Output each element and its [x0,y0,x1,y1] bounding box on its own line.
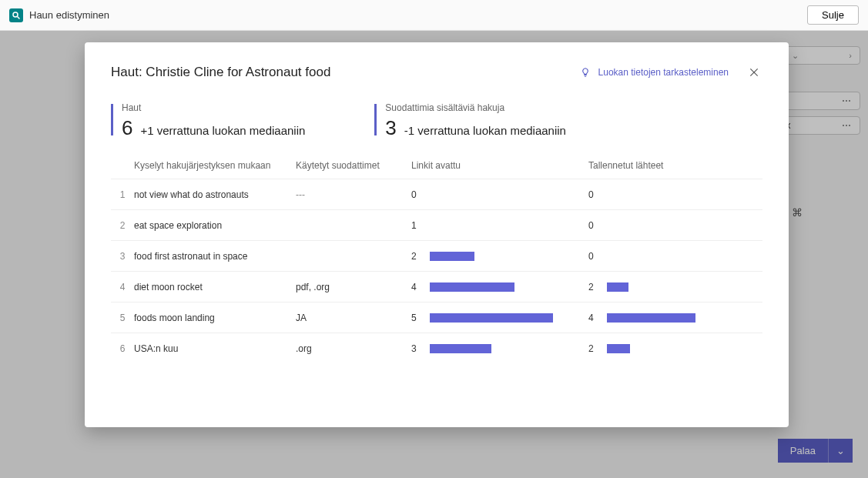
row-links-count: 5 [411,313,419,323]
row-filter: pdf, .org [296,282,411,292]
queries-table: Kyselyt hakujärjestyksen mukaan Käytetyt… [111,160,762,420]
row-saved-count: 0 [588,189,596,200]
lightbulb-icon [580,67,591,78]
stat-filtered-compare: -1 verrattuna luokan mediaaniin [404,124,566,137]
search-detail-modal: Haut: Christie Cline for Astronaut food … [85,42,789,427]
table-row: 1not view what do astronauts---00 [111,179,762,209]
table-row: 6USA:n kuu.org32 [111,333,762,363]
row-saved-count: 2 [588,343,596,354]
row-index: 2 [111,220,134,231]
row-filter: --- [296,189,411,200]
row-saved-bar [607,313,695,323]
row-links-bar [430,344,491,353]
row-index: 6 [111,343,134,354]
row-query: eat space exploration [134,220,296,231]
svg-point-0 [13,12,18,17]
row-links-count: 2 [411,251,419,262]
row-filter: JA [296,313,411,323]
stat-filtered-num: 3 [385,116,396,140]
row-saved-count: 2 [588,282,596,292]
class-data-link[interactable]: Luokan tietojen tarkasteleminen [598,67,729,78]
stat-filtered: Suodattimia sisältäviä hakuja 3 -1 verra… [374,102,566,140]
row-saved-bar [607,344,630,353]
row-saved: 0 [588,220,762,231]
table-row: 5foods moon landingJA54 [111,302,762,333]
row-links: 2 [411,251,588,262]
row-query: foods moon landing [134,313,296,323]
row-filter: .org [296,343,411,354]
row-saved-count: 0 [588,251,596,262]
row-query: food first astronaut in space [134,251,296,262]
topbar-left: Haun edistyminen [9,8,109,22]
row-query: USA:n kuu [134,343,296,354]
row-saved-bar [607,282,628,292]
close-app-button[interactable]: Sulje [807,5,859,25]
row-links: 1 [411,220,588,231]
row-saved: 0 [588,189,762,200]
stats-row: Haut 6 +1 verrattuna luokan mediaaniin S… [111,102,762,140]
row-index: 4 [111,282,134,292]
topbar-title: Haun edistyminen [29,9,109,21]
row-saved: 2 [588,282,762,292]
row-links: 3 [411,343,588,354]
row-links-bar [430,252,474,261]
row-index: 3 [111,251,134,262]
row-links: 4 [411,282,588,292]
row-query: not view what do astronauts [134,189,296,200]
row-links-bar [430,282,514,292]
row-links: 0 [411,189,588,200]
topbar: Haun edistyminen Sulje [0,0,868,31]
row-links: 5 [411,313,588,323]
row-query: diet moon rocket [134,282,296,292]
close-icon[interactable] [746,64,762,81]
stat-searches-label: Haut [122,102,305,113]
search-progress-app-icon [9,8,23,22]
svg-line-1 [18,16,20,18]
stat-searches: Haut 6 +1 verrattuna luokan mediaaniin [111,102,305,140]
table-header: Kyselyt hakujärjestyksen mukaan Käytetyt… [111,160,762,179]
row-index: 5 [111,313,134,323]
col-filters: Käytetyt suodattimet [296,160,411,171]
table-row: 4diet moon rocketpdf, .org42 [111,271,762,302]
row-saved-count: 4 [588,313,596,323]
table-row: 2eat space exploration10 [111,209,762,240]
modal-header: Haut: Christie Cline for Astronaut food … [111,64,762,81]
row-links-bar [430,313,553,323]
stat-searches-num: 6 [122,116,132,140]
row-saved: 2 [588,343,762,354]
row-saved: 4 [588,313,762,323]
table-row: 3food first astronaut in space20 [111,240,762,271]
stat-searches-compare: +1 verrattuna luokan mediaaniin [140,124,305,137]
row-links-count: 4 [411,282,419,292]
row-links-count: 0 [411,189,419,200]
modal-title: Haut: Christie Cline for Astronaut food [111,65,330,80]
row-links-count: 3 [411,343,419,354]
row-saved: 0 [588,251,762,262]
row-saved-count: 0 [588,220,596,231]
row-links-count: 1 [411,220,419,231]
stat-filtered-label: Suodattimia sisältäviä hakuja [385,102,566,113]
col-links: Linkit avattu [411,160,588,171]
col-saved: Tallennetut lähteet [588,160,762,171]
row-index: 1 [111,189,134,200]
col-queries: Kyselyt hakujärjestyksen mukaan [134,160,296,171]
